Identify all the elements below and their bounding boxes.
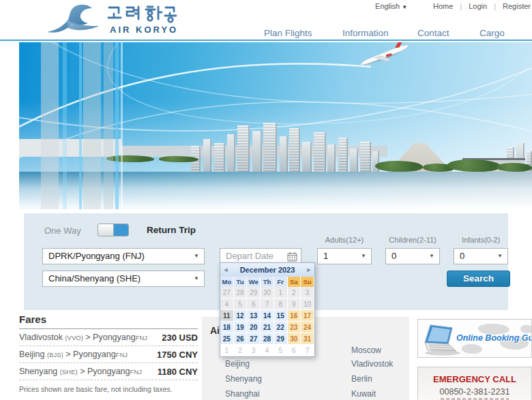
destination-link-berlin[interactable]: Berlin (351, 374, 372, 384)
fare-to: Pyongyang (87, 367, 130, 376)
adults-label: Adults(12+) (317, 236, 372, 244)
fares-section: Fares Vladivostok (VVO) > PyongyangFNJ 2… (19, 313, 198, 393)
depart-date-placeholder: Depart Date (226, 251, 274, 261)
calendar-day: 9 (288, 298, 301, 310)
nav-plan-flights[interactable]: Plan Flights (264, 28, 312, 38)
infants-label: Infants(0-2) (454, 236, 508, 244)
fare-arrow: > (80, 367, 85, 376)
home-link[interactable]: Home (433, 2, 453, 10)
chevron-down-icon: ▼ (497, 249, 503, 264)
online-booking-guide-banner[interactable]: Online Booking Guide (417, 319, 532, 358)
hero-image (19, 42, 532, 209)
adults-select[interactable]: 1 ▼ (317, 248, 372, 264)
calendar-day: 29 (247, 287, 261, 298)
login-link[interactable]: Login (469, 2, 487, 10)
children-select[interactable]: 0 ▼ (385, 248, 440, 264)
infants-select[interactable]: 0 ▼ (454, 248, 508, 264)
calendar-day: 5 (274, 345, 288, 356)
search-button[interactable]: Search (447, 271, 510, 287)
calendar-day[interactable]: 30 (288, 333, 301, 345)
calendar-day: 3 (247, 345, 261, 356)
fare-to-code: FNJ (136, 334, 147, 341)
nav-information[interactable]: Information (342, 28, 389, 38)
fare-from-code: (SHE) (60, 368, 78, 375)
air-koryo-logo[interactable]: AIR KORYO (44, 2, 181, 39)
destination-value: China/Shenyang (SHE) (48, 273, 141, 283)
destination-link-kuwait[interactable]: Kuwait (351, 389, 376, 399)
nav-cargo[interactable]: Cargo (479, 28, 505, 38)
fares-note: Prices shown are basic fare, not includi… (19, 385, 198, 393)
destination-link-vladivostok[interactable]: Vladivostok (351, 359, 393, 369)
destination-link-shanghai[interactable]: Shanghai (225, 389, 260, 399)
chevron-down-icon: ▼ (429, 249, 434, 264)
crane-bird-icon (44, 3, 104, 37)
calendar-day[interactable]: 12 (234, 310, 248, 322)
calendar-day[interactable]: 29 (274, 333, 288, 345)
fare-from: Beijing (19, 350, 45, 359)
weekday-label: Th (261, 277, 274, 287)
calendar-day[interactable]: 25 (220, 333, 234, 345)
calendar-day[interactable]: 28 (261, 333, 274, 345)
calendar-day[interactable]: 11 (220, 310, 234, 322)
fares-title: Fares (19, 313, 198, 329)
calendar-day[interactable]: 16 (288, 310, 301, 322)
calendar-day: 4 (261, 345, 274, 356)
language-selector[interactable]: English▼ (375, 2, 407, 10)
origin-select[interactable]: DPRK/Pyongyang (FNJ) ▼ (42, 248, 205, 264)
calendar-day[interactable]: 31 (301, 333, 314, 345)
fare-from: Shenyang (19, 367, 57, 376)
calendar-day[interactable]: 17 (301, 310, 314, 322)
destination-select[interactable]: China/Shenyang (SHE) ▼ (42, 271, 205, 287)
fare-to-code: FNJ (116, 351, 128, 358)
trip-type-toggle[interactable] (98, 224, 129, 236)
weekday-label: We (247, 277, 261, 287)
children-value: 0 (391, 251, 396, 261)
emergency-call-title: EMERGENCY CALL (418, 374, 531, 384)
calendar-day[interactable]: 26 (234, 333, 248, 345)
weekday-label: Tu (234, 277, 248, 287)
date-picker-calendar: ◄ December 2023 ► Mo Tu We Th Fr Sa Su 2… (220, 262, 315, 357)
children-label: Children(2-11) (385, 236, 440, 244)
next-month-icon[interactable]: ► (304, 266, 314, 273)
destination-link-beijing[interactable]: Beijing (225, 359, 250, 369)
nav-contact[interactable]: Contact (417, 28, 449, 38)
destination-link-shenyang[interactable]: Shenyang (225, 374, 262, 384)
fare-row: Vladivostok (VVO) > PyongyangFNJ 230 USD (19, 329, 198, 346)
calendar-header: ◄ December 2023 ► (220, 263, 314, 277)
divider: | (494, 2, 496, 10)
calendar-day[interactable]: 20 (247, 322, 261, 333)
prev-month-icon[interactable]: ◄ (220, 266, 231, 273)
fare-price: 230 USD (162, 333, 198, 343)
calendar-day[interactable]: 24 (301, 322, 314, 333)
chevron-down-icon: ▼ (402, 4, 407, 10)
calendar-day[interactable]: 18 (220, 322, 234, 333)
fare-from-code: (BJS) (47, 351, 63, 358)
calendar-day[interactable]: 15 (274, 310, 288, 322)
topbar: English▼ Home | Login | Register (375, 2, 531, 10)
emergency-phone-number: 00850-2-381-2231 (418, 387, 531, 397)
adults-value: 1 (323, 251, 328, 261)
language-label: English (375, 2, 400, 10)
fare-from-code: (VVO) (65, 334, 83, 341)
weekday-label: Su (301, 277, 314, 287)
calendar-day[interactable]: 27 (247, 333, 261, 345)
calendar-day: 8 (274, 298, 288, 310)
calendar-day: 30 (261, 287, 274, 298)
register-link[interactable]: Register (503, 2, 531, 10)
calendar-day[interactable]: 19 (234, 322, 248, 333)
calendar-day: 2 (234, 345, 248, 356)
fare-to: Pyongyang (73, 350, 116, 359)
calendar-weekday-row: Mo Tu We Th Fr Sa Su (220, 277, 314, 287)
calendar-day[interactable]: 22 (274, 322, 288, 333)
fare-from: Vladivostok (19, 333, 63, 342)
destination-link-moscow[interactable]: Moscow (351, 345, 381, 355)
calendar-day[interactable]: 23 (288, 322, 301, 333)
calendar-day[interactable]: 21 (261, 322, 274, 333)
infants-value: 0 (460, 251, 464, 261)
fare-price: 1750 CNY (157, 350, 198, 360)
calendar-day: 27 (220, 287, 234, 298)
calendar-day[interactable]: 14 (261, 310, 274, 322)
calendar-day[interactable]: 13 (247, 310, 261, 322)
weekday-label: Mo (220, 277, 234, 287)
calendar-day: 6 (288, 345, 301, 356)
